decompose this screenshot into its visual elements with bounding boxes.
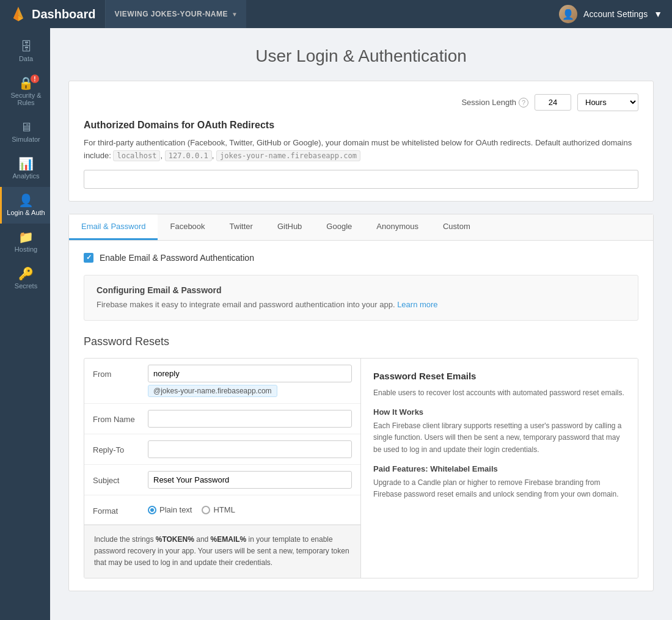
database-icon: 🗄 [20,40,32,53]
sidebar-label-data: Data [19,55,33,62]
hint-email: %EMAIL% [211,535,247,544]
project-selector[interactable]: VIEWING JOKES-YOUR-NAME ▼ [105,0,246,28]
tab-email-password[interactable]: Email & Password [69,214,158,240]
radio-plain-selected [148,506,156,514]
from-name-label: From Name [93,410,148,424]
subject-label: Subject [93,471,148,485]
main-layout: 🗄 Data ! 🔒 Security & Rules 🖥 Simulator … [0,28,672,620]
subject-row: Subject [84,465,360,495]
subject-field [148,471,352,489]
password-resets-title: Password Resets [84,335,638,348]
enable-auth-checkbox[interactable] [84,253,93,263]
from-field: @jokes-your-name.firebaseapp.com [148,365,352,397]
tab-facebook[interactable]: Facebook [158,214,217,240]
pw-reset-form: From @jokes-your-name.firebaseapp.com Fr… [84,359,361,578]
sidebar-item-simulator[interactable]: 🖥 Simulator [0,114,50,150]
format-radio-group: Plain text HTML [148,501,352,514]
how-it-works-title: How It Works [373,407,626,417]
hosting-icon: 📁 [18,231,34,243]
hint-text-and: and [196,535,210,544]
domain-localhost: localhost [113,150,160,161]
oauth-card: Session Length ? Hours Days Minutes Auth… [68,81,654,202]
sidebar-item-data[interactable]: 🗄 Data [0,33,50,70]
enable-auth-row: Enable Email & Password Authentication [84,253,638,263]
firebase-icon [10,5,27,23]
session-length-label: Session Length ? [461,98,528,108]
sidebar-label-hosting: Hosting [15,246,37,253]
auth-tabs: Email & Password Facebook Twitter GitHub… [68,214,654,591]
from-name-row: From Name [84,404,360,434]
page-title: User Login & Authentication [68,46,654,66]
from-name-input[interactable] [148,410,352,428]
sidebar-label-secrets: Secrets [15,282,37,290]
sidebar-label-simulator: Simulator [12,136,40,143]
reply-to-field [148,440,352,458]
hint-box: Include the strings %TOKEN% and %EMAIL% … [84,525,360,578]
radio-html-unselected [202,506,210,514]
tab-custom[interactable]: Custom [431,214,483,240]
format-html-label: HTML [213,505,235,514]
main-content: User Login & Authentication Session Leng… [50,28,672,620]
format-plain-label: Plain text [159,505,192,514]
sidebar-item-secrets[interactable]: 🔑 Secrets [0,260,50,297]
session-unit-select[interactable]: Hours Days Minutes [577,93,638,111]
pw-reset-grid: From @jokes-your-name.firebaseapp.com Fr… [84,358,638,578]
learn-more-link[interactable]: Learn more [397,300,437,309]
domain-firebase: jokes-your-name.firebaseapp.com [216,150,360,161]
paid-features-text: Upgrade to a Candle plan or higher to re… [373,477,626,500]
hint-token: %TOKEN% [156,535,194,544]
info-box-title: Configuring Email & Password [97,285,626,295]
info-box-text: Firebase makes it easy to integrate emai… [97,299,626,311]
account-settings-label[interactable]: Account Settings [583,9,648,19]
reply-to-label: Reply-To [93,440,148,454]
from-input[interactable] [148,365,352,382]
sidebar-item-login-auth[interactable]: 👤 Login & Auth [0,187,50,224]
person-icon: 👤 [18,194,34,206]
tab-anonymous[interactable]: Anonymous [364,214,431,240]
domain-input[interactable] [84,170,638,189]
paid-features-title: Paid Features: Whitelabel Emails [373,464,626,473]
reply-to-row: Reply-To [84,434,360,465]
tab-github[interactable]: GitHub [265,214,314,240]
format-html-option[interactable]: HTML [202,505,235,514]
oauth-card-description: For third-party authentication (Facebook… [84,137,638,162]
sidebar-item-analytics[interactable]: 📊 Analytics [0,150,50,187]
sidebar-label-security: Security & Rules [4,92,48,106]
account-section: 👤 Account Settings ▼ [549,5,672,23]
tab-content-email-password: Enable Email & Password Authentication C… [69,241,653,591]
oauth-card-title: Authorized Domains for OAuth Redirects [84,120,638,131]
avatar[interactable]: 👤 [559,5,577,23]
from-email-tag: @jokes-your-name.firebaseapp.com [148,385,277,397]
sidebar-item-hosting[interactable]: 📁 Hosting [0,224,50,260]
simulator-icon: 🖥 [20,121,32,133]
from-row: From @jokes-your-name.firebaseapp.com [84,359,360,404]
key-icon: 🔑 [18,268,34,280]
sidebar-item-security[interactable]: ! 🔒 Security & Rules [0,70,50,114]
tabs-header: Email & Password Facebook Twitter GitHub… [69,214,653,241]
config-info-box: Configuring Email & Password Firebase ma… [84,275,638,321]
format-field: Plain text HTML [148,501,352,514]
subject-input[interactable] [148,471,352,489]
enable-auth-label: Enable Email & Password Authentication [100,253,254,263]
session-length-input[interactable] [535,94,571,111]
format-plain-text-option[interactable]: Plain text [148,505,192,514]
format-row: Format Plain text HTML [84,495,360,525]
tab-google[interactable]: Google [314,214,364,240]
reply-to-input[interactable] [148,440,352,458]
session-length-row: Session Length ? Hours Days Minutes [84,93,638,111]
project-name: VIEWING JOKES-YOUR-NAME [114,10,228,18]
brand-name: Dashboard [32,7,95,21]
from-label: From [93,365,148,379]
chevron-down-icon: ▼ [232,11,238,18]
format-label: Format [93,501,148,516]
hint-text-prefix: Include the strings [94,535,156,544]
domain-127: 127.0.0.1 [165,150,212,161]
sidebar-label-login-auth: Login & Auth [7,209,45,216]
svg-marker-1 [13,7,18,21]
session-help-icon[interactable]: ? [519,98,528,108]
right-panel-title: Password Reset Emails [373,371,626,381]
tab-twitter[interactable]: Twitter [217,214,265,240]
brand-logo[interactable]: Dashboard [0,5,105,23]
top-nav: Dashboard VIEWING JOKES-YOUR-NAME ▼ 👤 Ac… [0,0,672,28]
pw-reset-right-panel: Password Reset Emails Enable users to re… [361,359,638,578]
